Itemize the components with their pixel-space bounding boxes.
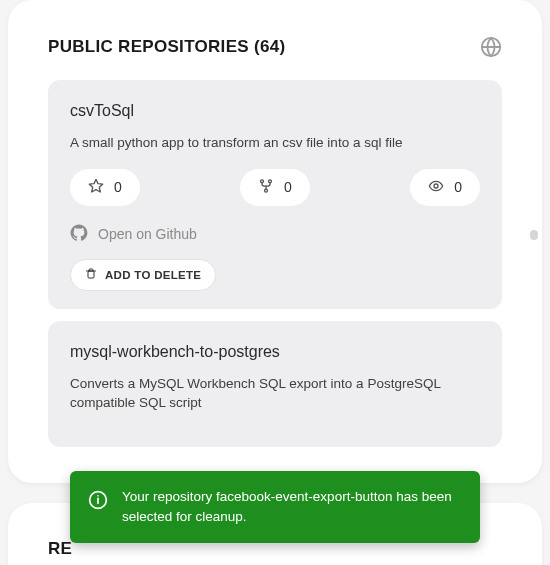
repo-title: mysql-workbench-to-postgres: [70, 343, 480, 361]
toast-message: Your repository facebook-event-export-bu…: [122, 487, 462, 528]
public-repos-card: PUBLIC REPOSITORIES (64) csvToSql A smal…: [8, 0, 542, 483]
forks-count: 0: [284, 179, 292, 195]
svg-marker-2: [89, 179, 102, 192]
watchers-count: 0: [454, 179, 462, 195]
eye-icon: [428, 178, 444, 197]
star-icon: [88, 178, 104, 197]
watchers-pill[interactable]: 0: [410, 169, 480, 206]
stats-row: 0 0 0: [70, 169, 480, 206]
info-icon: [88, 487, 108, 516]
open-on-github-link[interactable]: Open on Github: [70, 224, 480, 245]
trash-icon: [85, 268, 97, 282]
add-to-delete-button[interactable]: ADD TO DELETE: [70, 259, 216, 291]
scrollbar-thumb[interactable]: [530, 230, 538, 240]
fork-icon: [258, 178, 274, 197]
stars-pill[interactable]: 0: [70, 169, 140, 206]
globe-icon: [480, 36, 502, 58]
toast-notification: Your repository facebook-event-export-bu…: [70, 471, 480, 544]
open-on-github-label: Open on Github: [98, 226, 197, 242]
section-header: PUBLIC REPOSITORIES (64): [48, 36, 502, 58]
add-to-delete-label: ADD TO DELETE: [105, 269, 201, 281]
repo-description: A small python app to transform an csv f…: [70, 134, 480, 153]
forks-pill[interactable]: 0: [240, 169, 310, 206]
repo-card: csvToSql A small python app to transform…: [48, 80, 502, 309]
svg-rect-8: [88, 271, 94, 278]
github-icon: [70, 224, 88, 245]
repo-description: Converts a MySQL Workbench SQL export in…: [70, 375, 480, 413]
repo-title: csvToSql: [70, 102, 480, 120]
repo-card: mysql-workbench-to-postgres Converts a M…: [48, 321, 502, 447]
svg-point-7: [434, 184, 438, 188]
section-title: PUBLIC REPOSITORIES (64): [48, 37, 285, 57]
stars-count: 0: [114, 179, 122, 195]
